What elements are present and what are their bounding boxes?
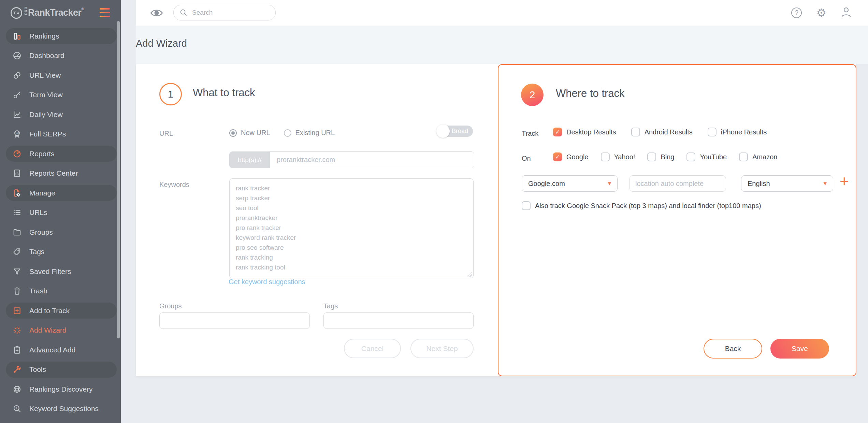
sidebar-item-urls[interactable]: URLs xyxy=(0,203,121,223)
brand-pro-text: PRO xyxy=(24,11,28,15)
iphone-results-checkbox[interactable] xyxy=(708,128,717,136)
snack-pack-row: Also track Google Snack Pack (top 3 maps… xyxy=(522,201,761,210)
keyword-line: pro rank tracker xyxy=(236,223,467,233)
cancel-button[interactable]: Cancel xyxy=(344,339,401,358)
tags-input[interactable] xyxy=(323,312,474,329)
sidebar-item-full-serps[interactable]: 100 Full SERPs xyxy=(0,125,121,144)
globe-icon xyxy=(12,384,22,394)
bing-checkbox[interactable] xyxy=(647,152,656,161)
topbar: ? ⚙ xyxy=(136,0,868,26)
step2-title: Where to track xyxy=(556,87,625,100)
sidebar-item-reports-center[interactable]: Reports Center xyxy=(0,164,121,184)
sidebar-item-add-to-track[interactable]: Add to Track xyxy=(0,301,121,321)
keyword-line: serp tracker xyxy=(236,193,467,203)
url-label: URL xyxy=(159,130,173,137)
pie-chart-icon xyxy=(12,149,22,159)
sidebar-item-reports[interactable]: Reports xyxy=(0,144,121,164)
chevron-down-icon: ▼ xyxy=(608,181,611,186)
url-input-group: http(s):// xyxy=(229,151,474,168)
wizard-burst-icon xyxy=(12,325,22,335)
groups-label: Groups xyxy=(159,302,182,310)
android-results-checkbox[interactable] xyxy=(631,128,640,136)
sidebar-item-keyword-suggestions[interactable]: A Keyword Suggestions xyxy=(0,399,121,419)
broad-toggle-knob[interactable] xyxy=(436,125,450,138)
search-box xyxy=(173,5,276,20)
save-button[interactable]: Save xyxy=(770,339,829,359)
sidebar-item-term-view[interactable]: Term View xyxy=(0,85,121,105)
keyword-line: rank tracker xyxy=(236,183,467,193)
google-checkbox[interactable]: ✓ xyxy=(553,152,562,161)
snack-pack-label: Also track Google Snack Pack (top 3 maps… xyxy=(535,202,761,210)
sidebar-item-rankings-discovery[interactable]: Rankings Discovery xyxy=(0,379,121,399)
broad-toggle-label: Broad xyxy=(452,128,468,135)
tag-icon xyxy=(12,247,22,257)
medal-100-icon: 100 xyxy=(12,129,22,139)
add-location-plus-icon[interactable]: + xyxy=(840,173,849,189)
search-engine-select[interactable]: Google.com ▼ xyxy=(522,175,618,192)
sidebar-item-tools[interactable]: Tools xyxy=(0,360,121,380)
track-option: ✓ Desktop Results xyxy=(553,128,616,136)
track-options-row: ✓ Desktop Results Android Results iPhone… xyxy=(553,128,782,136)
new-url-radio[interactable] xyxy=(229,129,237,137)
search-a-icon: A xyxy=(12,404,22,413)
keyword-line: pro seo software xyxy=(236,243,467,252)
sidebar-item-manage[interactable]: Manage xyxy=(0,183,121,203)
next-step-button[interactable]: Next Step xyxy=(410,339,474,358)
existing-url-radio-label: Existing URL xyxy=(295,129,335,137)
user-icon[interactable] xyxy=(841,6,852,19)
keywords-textarea[interactable]: rank tracker serp tracker seo tool prora… xyxy=(229,178,474,278)
snack-pack-checkbox[interactable] xyxy=(522,201,531,210)
sidebar-item-dashboard[interactable]: Dashboard xyxy=(0,46,121,66)
track-option: iPhone Results xyxy=(708,128,767,136)
step2-number-badge: 2 xyxy=(521,84,544,106)
track-label: Track xyxy=(522,130,538,137)
sidebar-nav: Rankings Dashboard URL View Term View Da… xyxy=(0,26,121,419)
desktop-results-checkbox[interactable]: ✓ xyxy=(553,128,562,136)
resize-handle[interactable] xyxy=(467,272,472,277)
key-icon xyxy=(12,90,22,100)
location-input[interactable] xyxy=(630,175,726,192)
gear-icon[interactable]: ⚙ xyxy=(816,7,826,18)
sidebar-scrollbar[interactable] xyxy=(117,21,120,338)
new-url-radio-label: New URL xyxy=(241,129,270,137)
track-option: Android Results xyxy=(631,128,693,136)
sidebar-item-rankings[interactable]: Rankings xyxy=(0,26,121,46)
broad-toggle[interactable]: Broad xyxy=(437,126,473,137)
on-option: Bing xyxy=(647,152,674,161)
link-icon xyxy=(12,71,22,80)
language-select[interactable]: English ▼ xyxy=(741,175,833,192)
keyword-line: proranktracker xyxy=(236,213,467,223)
registered-mark: ® xyxy=(82,7,84,11)
sidebar-item-trash[interactable]: Trash xyxy=(0,281,121,301)
add-wizard-page: PRO RankTracker® Rankings Dashboard URL … xyxy=(0,0,868,423)
eye-icon[interactable] xyxy=(149,8,164,18)
line-chart-icon xyxy=(12,110,22,119)
sidebar-item-advanced-add[interactable]: Advanced Add xyxy=(0,340,121,360)
search-input[interactable] xyxy=(191,9,268,17)
keyword-line: seo tool xyxy=(236,203,467,213)
existing-url-radio[interactable] xyxy=(284,129,291,137)
sidebar-item-tags[interactable]: Tags xyxy=(0,242,121,262)
url-input[interactable] xyxy=(270,152,474,168)
sidebar-item-groups[interactable]: Groups xyxy=(0,222,121,242)
keyword-line: rank tracking xyxy=(236,252,467,262)
help-icon[interactable]: ? xyxy=(791,8,802,18)
back-button[interactable]: Back xyxy=(704,339,762,359)
on-option: Yahoo! xyxy=(601,152,635,161)
url-radio-row: New URL Existing URL xyxy=(229,129,335,137)
brand-logo[interactable]: PRO RankTracker® xyxy=(0,0,121,26)
get-keyword-suggestions-link[interactable]: Get keyword suggestions xyxy=(229,278,305,286)
bar-chart-icon xyxy=(12,31,22,41)
menu-hamburger-icon[interactable] xyxy=(100,8,110,17)
sidebar-item-daily-view[interactable]: Daily View xyxy=(0,105,121,125)
document-gear-icon xyxy=(12,188,22,198)
sidebar-item-url-view[interactable]: URL View xyxy=(0,65,121,85)
sidebar-item-add-wizard[interactable]: Add Wizard xyxy=(0,321,121,340)
amazon-checkbox[interactable] xyxy=(739,152,748,161)
check-icon: ✓ xyxy=(555,129,560,135)
groups-input[interactable] xyxy=(159,312,310,329)
yahoo-checkbox[interactable] xyxy=(601,152,610,161)
svg-text:100: 100 xyxy=(15,132,19,134)
sidebar-item-saved-filters[interactable]: Saved Filters xyxy=(0,262,121,281)
youtube-checkbox[interactable] xyxy=(686,152,695,161)
